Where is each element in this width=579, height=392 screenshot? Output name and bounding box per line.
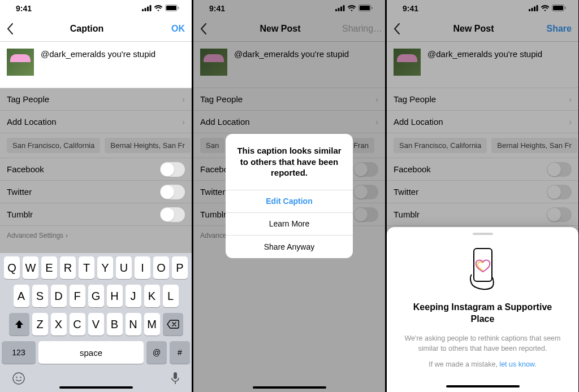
key-f[interactable]: F [70, 285, 85, 307]
hash-key[interactable]: # [170, 341, 190, 364]
emoji-icon[interactable] [12, 372, 25, 387]
keyboard-row3: ZXCVBNM [2, 313, 190, 336]
keyboard-bottom [2, 369, 190, 387]
numbers-key[interactable]: 123 [2, 341, 36, 364]
key-p[interactable]: P [172, 256, 188, 279]
battery-icon [165, 4, 179, 13]
svg-point-9 [20, 377, 21, 378]
status-time: 9:41 [16, 4, 32, 13]
sheet-title: Keeping Instagram a Supportive Place [400, 302, 565, 325]
svg-rect-0 [142, 9, 144, 11]
popup-message: This caption looks similar to others tha… [226, 134, 353, 190]
key-z[interactable]: Z [32, 313, 48, 336]
sheet-grabber[interactable] [473, 233, 493, 235]
key-n[interactable]: N [126, 313, 141, 336]
key-x[interactable]: X [51, 313, 67, 336]
modal-overlay[interactable]: This caption looks similar to others tha… [193, 0, 385, 392]
key-o[interactable]: O [153, 256, 169, 279]
keyboard-row4: 123 space @ # [2, 341, 190, 364]
keyboard[interactable]: QWERTYUIOP ASDFGHJKL ZXCVBNM 123 space @… [0, 253, 192, 392]
mic-icon[interactable] [171, 372, 180, 387]
caption-text[interactable]: @dark_emeralds you're stupid [41, 49, 155, 76]
share-anyway-button[interactable]: Share Anyway [226, 236, 353, 258]
svg-rect-10 [174, 372, 177, 379]
screen-caption: 9:41 Caption OK @dark_emeralds you're st… [0, 0, 192, 392]
space-key[interactable]: space [38, 341, 144, 364]
key-r[interactable]: R [60, 256, 76, 279]
let-us-know-link[interactable]: let us know [499, 360, 534, 368]
key-h[interactable]: H [107, 285, 123, 307]
post-thumbnail[interactable] [7, 49, 34, 76]
shift-key[interactable] [9, 313, 29, 336]
key-w[interactable]: W [23, 256, 38, 279]
backspace-key[interactable] [163, 313, 183, 336]
back-icon[interactable] [7, 23, 25, 34]
learn-more-button[interactable]: Learn More [226, 213, 353, 236]
key-e[interactable]: E [41, 256, 57, 279]
nav-action-ok[interactable]: OK [149, 24, 185, 34]
svg-rect-1 [145, 8, 146, 11]
wifi-icon [154, 4, 163, 13]
key-k[interactable]: K [144, 285, 160, 307]
at-key[interactable]: @ [146, 341, 167, 364]
svg-rect-2 [147, 7, 149, 12]
key-g[interactable]: G [88, 285, 104, 307]
screen-newpost-popup: 9:41 New Post Sharing… @dark_emeralds yo… [193, 0, 385, 392]
caption-row[interactable]: @dark_emeralds you're stupid [0, 42, 192, 82]
facebook-toggle[interactable] [160, 162, 185, 177]
key-c[interactable]: C [70, 313, 85, 336]
key-a[interactable]: A [14, 285, 29, 307]
home-indicator[interactable] [446, 385, 520, 387]
heart-phone-icon [466, 246, 500, 291]
twitter-toggle[interactable] [160, 185, 185, 199]
signal-icon [142, 4, 152, 13]
key-l[interactable]: L [163, 285, 179, 307]
sheet-body: We're asking people to rethink captions … [400, 333, 565, 354]
keyboard-row1: QWERTYUIOP [2, 256, 190, 279]
status-bar: 9:41 [0, 0, 192, 16]
svg-rect-5 [166, 6, 176, 10]
sheet-mistake: If we made a mistake, let us know. [400, 359, 565, 369]
svg-point-7 [13, 373, 24, 384]
key-i[interactable]: I [135, 256, 150, 279]
key-u[interactable]: U [116, 256, 132, 279]
key-m[interactable]: M [144, 313, 160, 336]
screen-newpost-sheet: 9:41 New Post Share @dark_emeralds you'r… [387, 0, 578, 392]
tumblr-toggle[interactable] [160, 207, 185, 222]
supportive-bottom-sheet[interactable]: Keeping Instagram a Supportive Place We'… [387, 227, 578, 392]
key-y[interactable]: Y [97, 256, 113, 279]
svg-point-8 [16, 377, 17, 378]
svg-rect-6 [178, 7, 179, 9]
nav-header: Caption OK [0, 16, 192, 42]
key-d[interactable]: D [51, 285, 67, 307]
key-t[interactable]: T [79, 256, 94, 279]
key-v[interactable]: V [88, 313, 104, 336]
nav-title: Caption [70, 24, 104, 34]
home-indicator[interactable] [59, 386, 133, 389]
key-s[interactable]: S [32, 285, 48, 307]
key-b[interactable]: B [107, 313, 123, 336]
status-indicators [142, 4, 179, 13]
caption-warning-popup: This caption looks similar to others tha… [226, 134, 353, 258]
key-q[interactable]: Q [4, 256, 20, 279]
keyboard-row2: ASDFGHJKL [2, 285, 190, 307]
home-indicator[interactable] [253, 386, 326, 389]
svg-rect-3 [150, 5, 152, 11]
edit-caption-button[interactable]: Edit Caption [226, 190, 353, 213]
key-j[interactable]: J [126, 285, 141, 307]
